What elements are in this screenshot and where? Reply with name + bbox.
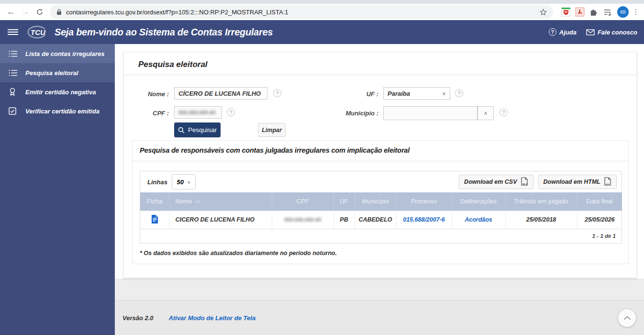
municipio-help-icon[interactable]: ?	[500, 108, 508, 116]
rows-per-page-select[interactable]: 50 ∨	[172, 174, 196, 190]
reload-icon[interactable]	[33, 5, 47, 19]
processo-link[interactable]: 015.688/2007-6	[403, 216, 445, 223]
sidebar-item-pesquisa-eleitoral[interactable]: Pesquisa eleitoral	[0, 63, 115, 82]
address-bar[interactable]: contasirregulares.tcu.gov.br/ordsext/f?p…	[50, 5, 553, 19]
svg-text:XLS: XLS	[522, 183, 527, 186]
page-footer: Versão 2.0 Ativar Modo de Leitor de Tela	[115, 300, 644, 335]
sidebar-item-label: Emitir certidão negativa	[25, 89, 96, 96]
list-icon	[9, 50, 18, 57]
hamburger-menu-icon[interactable]	[8, 28, 18, 36]
tcu-logo: TCU	[26, 24, 48, 40]
cpf-help-icon[interactable]: ?	[227, 108, 235, 116]
pagination-status: 1 - 1 de 1	[140, 229, 622, 243]
pesquisar-button[interactable]: Pesquisar	[174, 123, 221, 137]
table-row: CICERO DE LUCENA FILHO 000.000.000-00 PB…	[140, 211, 622, 229]
data-final-cell: 25/05/2026	[577, 211, 622, 229]
content-gap	[115, 279, 644, 300]
list-icon	[9, 69, 18, 77]
ribbon-icon	[9, 88, 18, 96]
uf-selected-value: Paraíba	[388, 90, 410, 97]
processo-cell: 015.688/2007-6	[396, 211, 452, 229]
chevron-down-icon: ∨	[442, 90, 446, 97]
extensions-puzzle-icon[interactable]	[587, 5, 600, 19]
rows-per-page-value: 50	[177, 179, 184, 186]
forward-icon: →	[18, 5, 33, 19]
app-header: TCU Seja bem-vindo ao Sistema de Contas …	[0, 20, 644, 44]
browser-menu-icon[interactable]: ⋮	[632, 8, 640, 16]
cpf-redacted-value: 000.000.000-00	[178, 110, 215, 115]
chevron-up-icon: ∧	[484, 110, 488, 116]
col-nome[interactable]: Nome↑≡	[169, 192, 272, 211]
report-card: Linhas 50 ∨ Download em CSV XLS	[140, 171, 622, 244]
pesquisar-label: Pesquisar	[188, 126, 217, 134]
table-header-row: Ficha Nome↑≡ CPF UF Município Processo D…	[140, 192, 622, 211]
municipio-input[interactable]	[383, 106, 477, 120]
municipio-label: Município :	[330, 110, 378, 117]
sidebar-item-emitir-certidao[interactable]: Emitir certidão negativa	[0, 82, 115, 101]
col-municipio: Município	[355, 192, 396, 211]
ficha-cell[interactable]	[140, 211, 169, 229]
report-controls: Linhas 50 ∨ Download em CSV XLS	[140, 171, 622, 192]
col-processo: Processo	[396, 192, 452, 211]
chevron-up-icon	[623, 316, 631, 320]
download-csv-button[interactable]: Download em CSV XLS	[459, 175, 533, 189]
contact-link[interactable]: Fale conosco	[586, 29, 637, 36]
sidebar-item-verificar-certidao[interactable]: Verificar certidão emitida	[0, 101, 115, 121]
municipio-expand-button[interactable]: ∧	[477, 106, 494, 120]
col-deliberacoes: Deliberações	[452, 192, 505, 211]
download-html-button[interactable]: Download em HTML </>	[538, 175, 617, 189]
results-panel: Pesquisa de responsáveis com contas julg…	[132, 140, 629, 264]
scroll-to-top-button[interactable]	[618, 309, 636, 327]
download-csv-label: Download em CSV	[464, 179, 517, 185]
browser-profile-avatar[interactable]	[617, 6, 629, 18]
checkbox-check-icon	[9, 107, 18, 115]
nome-help-icon[interactable]: ?	[273, 89, 281, 97]
window-strip	[0, 0, 644, 4]
svg-text:</>: </>	[606, 183, 610, 186]
help-icon: ?	[549, 28, 556, 36]
col-transito: Trânsito em julgado	[505, 192, 577, 211]
sidebar: Lista de contas irregulares Pesquisa ele…	[0, 44, 115, 335]
help-label: Ajuda	[559, 29, 577, 36]
results-title: Pesquisa de responsáveis com contas julg…	[140, 146, 410, 154]
chevron-down-icon: ∨	[187, 179, 190, 185]
lock-icon	[56, 9, 62, 15]
sidebar-item-label: Verificar certidão emitida	[25, 108, 100, 115]
main-content: Pesquisa eleitoral Nome : ? UF : Paraíba…	[115, 44, 644, 335]
search-panel: Pesquisa eleitoral Nome : ? UF : Paraíba…	[123, 52, 637, 278]
help-link[interactable]: ? Ajuda	[549, 28, 577, 36]
media-controls-icon[interactable]	[600, 5, 614, 19]
webadvisor-extension-icon[interactable]	[559, 5, 573, 19]
sidebar-item-label: Pesquisa eleitoral	[25, 69, 78, 77]
nome-input[interactable]	[174, 87, 267, 100]
col-data-final: Data final	[577, 192, 622, 211]
panel-title: Pesquisa eleitoral	[138, 60, 208, 69]
pdf-extension-icon[interactable]	[573, 5, 587, 19]
url-text[interactable]: contasirregulares.tcu.gov.br/ordsext/f?p…	[66, 9, 536, 16]
uf-cell: PB	[333, 211, 355, 229]
back-icon[interactable]: ←	[4, 5, 18, 19]
col-cpf: CPF	[272, 192, 333, 211]
svg-text:TCU: TCU	[31, 28, 46, 36]
nome-label: Nome :	[124, 90, 169, 98]
envelope-icon	[586, 29, 595, 35]
uf-help-icon[interactable]: ?	[455, 89, 463, 97]
browser-chrome: ← → contasirregulares.tcu.gov.br/ordsext…	[0, 0, 644, 20]
data-update-footnote: * Os dados exibidos são atualizados diar…	[140, 250, 337, 257]
page-title: Seja bem-vindo ao Sistema de Contas Irre…	[55, 27, 539, 38]
deliberacoes-cell: Acordãos	[452, 211, 505, 229]
screen-reader-link[interactable]: Ativar Modo de Leitor de Tela	[169, 314, 256, 322]
deliberacoes-link[interactable]: Acordãos	[465, 216, 492, 223]
version-label: Versão 2.0	[122, 314, 154, 322]
rows-label: Linhas	[147, 179, 167, 186]
uf-select[interactable]: Paraíba ∨	[383, 87, 450, 100]
cpf-label: CPF :	[124, 110, 169, 117]
limpar-button[interactable]: Limpar	[258, 123, 286, 137]
search-icon	[178, 127, 185, 134]
cpf-input[interactable]: 000.000.000-00	[174, 106, 222, 119]
uf-label: UF :	[330, 90, 378, 98]
bookmark-star-icon[interactable]	[536, 5, 550, 19]
nome-cell: CICERO DE LUCENA FILHO	[169, 211, 272, 229]
sidebar-item-lista-de-contas[interactable]: Lista de contas irregulares	[0, 44, 115, 63]
col-ficha: Ficha	[140, 192, 169, 211]
